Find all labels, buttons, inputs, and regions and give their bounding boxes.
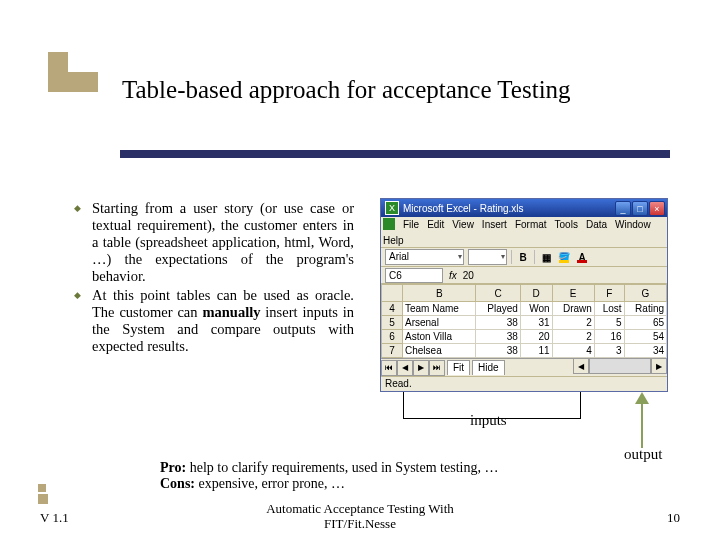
cons-line: Cons: expensive, error prone, …: [160, 476, 590, 492]
excel-titlebar: X Microsoft Excel - Rating.xls _ □ ×: [381, 199, 667, 217]
menu-format: Format: [515, 219, 547, 230]
cell: 65: [624, 316, 666, 330]
name-box: C6: [385, 268, 443, 283]
font-size-combo: [468, 249, 507, 265]
cell: Rating: [624, 302, 666, 316]
cell: Arsenal: [403, 316, 476, 330]
scroll-left-icon: ◀: [573, 359, 589, 374]
close-icon: ×: [649, 201, 665, 216]
cell: Aston Villa: [403, 330, 476, 344]
tab-nav-last-icon: ⏭: [429, 360, 445, 376]
menu-view: View: [452, 219, 474, 230]
cell: 34: [624, 344, 666, 358]
slide-title: Table-based approach for acceptance Test…: [122, 76, 571, 104]
cell: Drawn: [552, 302, 594, 316]
cell: 3: [594, 344, 624, 358]
excel-doc-icon: [383, 218, 395, 230]
cons-text: expensive, error prone, …: [195, 476, 345, 491]
cell: Played: [476, 302, 520, 316]
scroll-right-icon: ▶: [651, 359, 667, 374]
output-label: output: [624, 446, 662, 463]
cell: 11: [520, 344, 552, 358]
bold-button-icon: B: [516, 252, 530, 263]
row-header: 6: [382, 330, 403, 344]
col-header: E: [552, 285, 594, 302]
menu-window: Window: [615, 219, 651, 230]
title-underline: [120, 150, 670, 158]
cell: 38: [476, 330, 520, 344]
footer-decoration: [38, 482, 48, 504]
output-arrow-icon: [635, 392, 649, 448]
tab-nav-prev-icon: ◀: [397, 360, 413, 376]
cell: 2: [552, 330, 594, 344]
minimize-icon: _: [615, 201, 631, 216]
excel-formatting-toolbar: Arial B ▦ 🪣 A: [381, 248, 667, 267]
bullet-item: Starting from a user story (or use case …: [74, 200, 354, 285]
pro-label: Pro:: [160, 460, 186, 475]
cell: 54: [624, 330, 666, 344]
cell: 16: [594, 330, 624, 344]
pro-text: help to clarify requirements, used in Sy…: [186, 460, 498, 475]
cell: 20: [520, 330, 552, 344]
menu-file: File: [403, 219, 419, 230]
excel-grid: B C D E F G 4 Team Name Played Won Drawn…: [381, 284, 667, 358]
menu-help: Help: [383, 235, 404, 246]
slide-number: 10: [667, 510, 680, 526]
col-header: B: [403, 285, 476, 302]
menu-tools: Tools: [555, 219, 578, 230]
cell: Lost: [594, 302, 624, 316]
tab-nav-first-icon: ⏮: [381, 360, 397, 376]
borders-icon: ▦: [539, 252, 553, 263]
bullet-text: At this point tables can be used as orac…: [92, 287, 354, 354]
cell: 38: [476, 344, 520, 358]
excel-formula-bar: C6 fx 20: [381, 267, 667, 284]
font-color-icon: A: [575, 250, 589, 264]
row-header: 5: [382, 316, 403, 330]
cell: Won: [520, 302, 552, 316]
col-header: [382, 285, 403, 302]
sheet-tab: Hide: [472, 360, 505, 375]
excel-app-icon: X: [385, 201, 399, 215]
col-header: C: [476, 285, 520, 302]
excel-sheet-tabs: ⏮ ◀ ▶ ⏭ Fit Hide ◀ ▶: [381, 358, 667, 376]
row-header: 4: [382, 302, 403, 316]
cell: Team Name: [403, 302, 476, 316]
excel-status-bar: Read.: [381, 376, 667, 391]
excel-menubar: File Edit View Insert Format Tools Data …: [381, 217, 667, 248]
col-header: G: [624, 285, 666, 302]
bullet-item: At this point tables can be used as orac…: [74, 287, 354, 355]
cell: 38: [476, 316, 520, 330]
cell: 4: [552, 344, 594, 358]
scroll-track: [589, 359, 651, 374]
pros-cons-block: Pro: help to clarify requirements, used …: [160, 460, 590, 492]
bullet-list: Starting from a user story (or use case …: [74, 200, 354, 357]
cons-label: Cons:: [160, 476, 195, 491]
menu-data: Data: [586, 219, 607, 230]
inputs-label: inputs: [470, 412, 507, 429]
col-header: F: [594, 285, 624, 302]
excel-screenshot: X Microsoft Excel - Rating.xls _ □ × Fil…: [380, 198, 668, 392]
col-header: D: [520, 285, 552, 302]
maximize-icon: □: [632, 201, 648, 216]
cell: 31: [520, 316, 552, 330]
bullet-text: Starting from a user story (or use case …: [92, 200, 354, 284]
fill-color-icon: 🪣: [557, 250, 571, 264]
row-header: 7: [382, 344, 403, 358]
cell: 5: [594, 316, 624, 330]
fx-icon: fx: [449, 270, 457, 281]
cell: Chelsea: [403, 344, 476, 358]
cell: 2: [552, 316, 594, 330]
menu-insert: Insert: [482, 219, 507, 230]
menu-edit: Edit: [427, 219, 444, 230]
pro-line: Pro: help to clarify requirements, used …: [160, 460, 590, 476]
excel-window-title: Microsoft Excel - Rating.xls: [403, 203, 524, 214]
tab-nav-next-icon: ▶: [413, 360, 429, 376]
sheet-tab: Fit: [447, 360, 470, 375]
font-combo: Arial: [385, 249, 464, 265]
formula-value: 20: [463, 270, 474, 281]
footer-title: Automatic Acceptance Testing With FIT/Fi…: [0, 502, 720, 532]
